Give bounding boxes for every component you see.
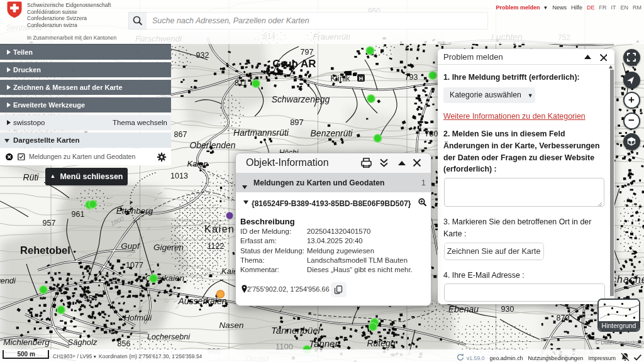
svg-text:Tannen: Tannen <box>309 338 340 349</box>
svg-text:Tannenbüel: Tannenbüel <box>271 325 321 336</box>
svg-text:Rehetobel: Rehetobel <box>20 244 70 256</box>
svg-text:H: H <box>359 75 364 82</box>
svg-text:Rütegg: Rütegg <box>367 338 395 348</box>
svg-text:Lochersebni: Lochersebni <box>147 332 191 341</box>
svg-text:1077: 1077 <box>126 261 143 270</box>
svg-text:Ettenberg: Ettenberg <box>116 206 153 216</box>
svg-text:867: 867 <box>174 130 187 139</box>
svg-text:1013: 1013 <box>170 172 188 180</box>
svg-text:Grub AR: Grub AR <box>272 58 316 70</box>
svg-text:Sägholz: Sägholz <box>68 337 97 347</box>
svg-text:Michlenberg: Michlenberg <box>3 337 50 347</box>
svg-text:797: 797 <box>301 48 314 57</box>
svg-text:793: 793 <box>405 73 418 82</box>
svg-text:932: 932 <box>196 51 209 60</box>
svg-text:wendi: wendi <box>0 276 16 285</box>
svg-text:954: 954 <box>84 294 97 303</box>
svg-text:856: 856 <box>118 339 131 348</box>
svg-text:Kaien: Kaien <box>187 159 208 168</box>
svg-text:Gupf: Gupf <box>121 241 140 251</box>
svg-text:Hofmüli: Hofmüli <box>124 313 152 322</box>
svg-text:Klinik: Klinik <box>330 74 350 83</box>
svg-text:957: 957 <box>43 219 56 228</box>
svg-text:870: 870 <box>557 314 570 322</box>
svg-text:Rüti: Rüti <box>23 172 40 182</box>
svg-text:Ebenau: Ebenau <box>448 304 479 314</box>
svg-text:930: 930 <box>501 305 514 314</box>
svg-text:Schwarzenegg: Schwarzenegg <box>272 94 330 104</box>
svg-text:Benzenrüti: Benzenrüti <box>311 128 353 138</box>
svg-text:1122: 1122 <box>208 242 225 251</box>
svg-text:Oberlenden: Oberlenden <box>189 140 235 150</box>
svg-text:Nasen: Nasen <box>219 321 243 330</box>
svg-text:Hartmannsrüti: Hartmannsrüti <box>233 128 289 138</box>
svg-text:811: 811 <box>235 79 247 87</box>
svg-text:961: 961 <box>72 210 85 219</box>
svg-text:Gigeren: Gigeren <box>153 243 184 252</box>
svg-text:897: 897 <box>290 118 304 127</box>
svg-text:780: 780 <box>425 129 438 138</box>
